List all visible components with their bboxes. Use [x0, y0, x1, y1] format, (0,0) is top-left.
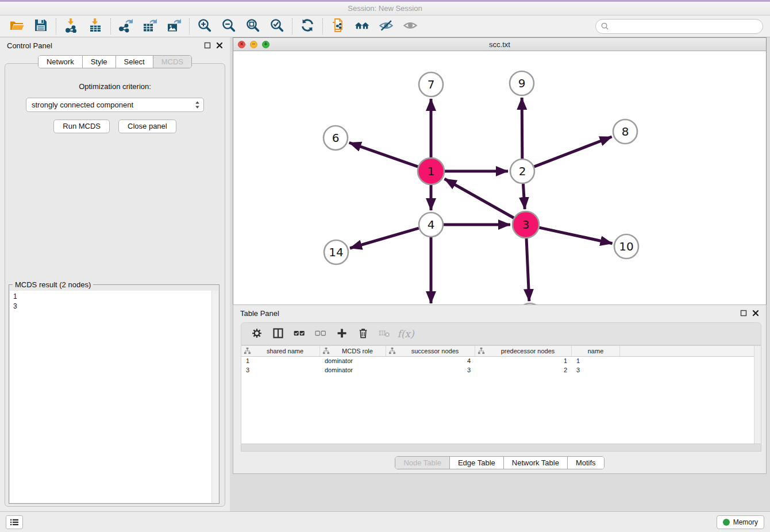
close-window-icon[interactable]: × — [238, 41, 245, 48]
float-panel-icon[interactable] — [204, 42, 211, 49]
node-table[interactable]: shared nameMCDS rolesuccessor nodesprede… — [241, 345, 761, 444]
edge-2-9[interactable] — [522, 98, 522, 159]
table-cell[interactable]: 2 — [475, 366, 572, 375]
network-graph[interactable]: 7968124314101511 — [233, 51, 766, 340]
table-cell[interactable]: 1 — [572, 357, 620, 366]
refresh-button[interactable] — [295, 18, 319, 35]
window-titlebar: Session: New Session — [0, 0, 770, 16]
edge-4-14[interactable] — [350, 228, 419, 248]
search-input[interactable] — [609, 21, 763, 32]
close-panel-button[interactable]: Close panel — [118, 119, 176, 133]
column-header-shared-name[interactable]: shared name — [241, 346, 320, 356]
tab-mcds[interactable]: MCDS — [153, 56, 191, 68]
node-label-3: 3 — [522, 218, 530, 232]
network-window-titlebar: × − + scc.txt — [233, 38, 766, 51]
select-all-button[interactable] — [291, 325, 308, 342]
column-layout-button[interactable] — [270, 325, 287, 342]
result-line: 3 — [13, 302, 218, 311]
column-layout-icon — [272, 327, 284, 341]
toolbar-group — [295, 18, 319, 35]
search-box[interactable] — [595, 19, 763, 34]
edge-2-8[interactable] — [534, 137, 612, 167]
export-image-icon — [167, 18, 182, 34]
table-horizontal-scrollbar[interactable] — [241, 444, 761, 452]
column-header-predecessor-nodes[interactable]: predecessor nodes — [475, 346, 572, 356]
edge-3-10[interactable] — [539, 228, 612, 244]
node-label-6: 6 — [332, 131, 340, 145]
maximize-window-icon[interactable]: + — [262, 41, 270, 48]
tab-edge-table[interactable]: Edge Table — [449, 457, 503, 469]
mcds-result-list[interactable]: 13 — [10, 291, 218, 503]
toolbar-separator — [292, 18, 292, 34]
criterion-select[interactable]: strongly connected component — [26, 98, 204, 112]
duplicate-network-icon — [330, 18, 345, 34]
memory-button[interactable]: Memory — [717, 515, 764, 529]
tab-network[interactable]: Network — [38, 56, 82, 68]
zoom-in-button[interactable] — [192, 18, 217, 35]
zoom-out-icon — [221, 18, 236, 34]
delete-button[interactable] — [355, 325, 372, 342]
export-table-button[interactable] — [138, 18, 162, 35]
task-history-button[interactable] — [6, 515, 23, 529]
network-canvas[interactable]: 7968124314101511 — [233, 51, 766, 340]
export-image-button[interactable] — [162, 18, 186, 35]
edge-1-6[interactable] — [349, 142, 418, 167]
import-table-button[interactable] — [83, 18, 107, 35]
export-network-button[interactable] — [114, 18, 138, 35]
close-table-panel-icon[interactable] — [752, 310, 759, 317]
table-cell[interactable]: 1 — [475, 357, 572, 366]
tab-select[interactable]: Select — [116, 56, 153, 68]
column-header-name[interactable]: name — [572, 346, 620, 356]
edge-2-3[interactable] — [523, 184, 525, 209]
node-label-1: 1 — [428, 164, 435, 178]
float-table-panel-icon[interactable] — [740, 310, 747, 317]
table-row[interactable]: 1dominator411 — [241, 357, 761, 366]
delete-table-button[interactable] — [376, 325, 393, 342]
delete-table-icon — [379, 327, 390, 341]
open-button[interactable] — [5, 18, 29, 35]
zoom-fit-button[interactable] — [241, 18, 265, 35]
add-button[interactable] — [333, 325, 351, 342]
control-panel-title: Control Panel — [7, 41, 52, 50]
tab-node-table[interactable]: Node Table — [395, 457, 449, 469]
zoom-selected-icon — [270, 18, 284, 34]
column-header-successor-nodes[interactable]: successor nodes — [386, 346, 475, 356]
table-cell[interactable]: dominator — [320, 357, 386, 366]
deselect-all-button[interactable] — [312, 325, 329, 342]
edge-3-1[interactable] — [445, 179, 514, 218]
zoom-out-button[interactable] — [217, 18, 241, 35]
window-title: Session: New Session — [348, 4, 422, 13]
duplicate-network-button[interactable] — [326, 18, 350, 35]
table-cell[interactable]: 3 — [386, 366, 475, 375]
table-row[interactable]: 3dominator323 — [241, 366, 761, 375]
gear-button[interactable] — [248, 325, 265, 342]
table-cell[interactable]: 3 — [572, 366, 620, 375]
column-header-mcds-role[interactable]: MCDS role — [320, 346, 386, 356]
tab-network-table[interactable]: Network Table — [503, 457, 567, 469]
search-icon — [600, 22, 609, 30]
tab-style[interactable]: Style — [82, 56, 116, 68]
table-cell[interactable]: 3 — [241, 366, 320, 375]
control-panel: Control Panel NetworkStyleSelectMCDS Opt… — [0, 37, 230, 511]
tab-motifs[interactable]: Motifs — [567, 457, 604, 469]
show-all-button[interactable] — [398, 18, 422, 35]
result-scrollbar[interactable] — [211, 291, 218, 503]
toolbar-separator — [110, 18, 111, 34]
table-cell[interactable]: dominator — [320, 366, 386, 375]
run-mcds-button[interactable]: Run MCDS — [53, 119, 110, 133]
table-cell[interactable]: 1 — [241, 357, 320, 366]
edge-3-11[interactable] — [526, 238, 529, 301]
close-panel-icon[interactable] — [216, 42, 223, 49]
minimize-window-icon[interactable]: − — [250, 41, 257, 48]
show-all-icon — [403, 18, 418, 34]
table-vertical-scrollbar[interactable] — [754, 346, 761, 444]
save-button[interactable] — [29, 18, 53, 35]
table-cell[interactable]: 4 — [386, 357, 475, 366]
import-network-button[interactable] — [59, 18, 83, 35]
hide-selected-button[interactable] — [374, 18, 398, 35]
zoom-selected-button[interactable] — [265, 18, 289, 35]
deselect-all-icon — [315, 327, 326, 341]
home-button[interactable] — [350, 18, 374, 35]
node-label-2: 2 — [519, 164, 526, 178]
function-button[interactable]: f(x) — [397, 325, 414, 342]
